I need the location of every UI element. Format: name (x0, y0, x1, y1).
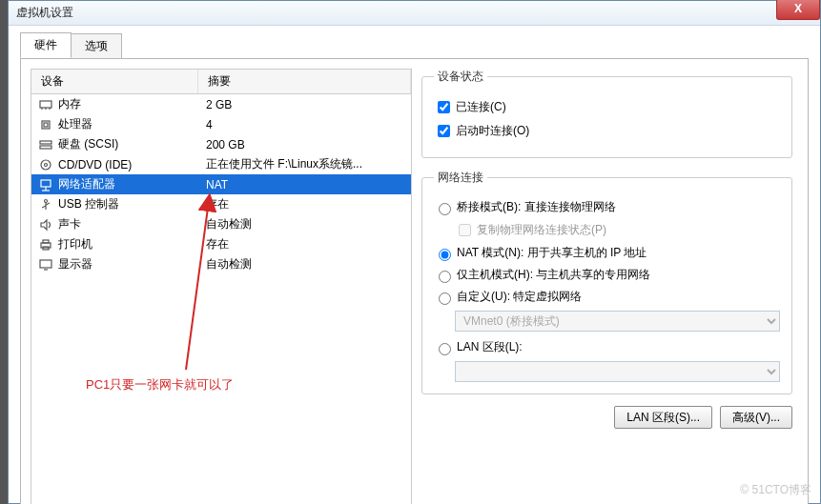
svg-rect-18 (43, 240, 49, 243)
tab-options[interactable]: 选项 (71, 33, 122, 58)
device-summary: 自动检测 (206, 216, 405, 232)
tab-hardware[interactable]: 硬件 (20, 32, 72, 58)
device-name: 声卡 (58, 216, 206, 232)
custom-radio[interactable] (439, 292, 451, 305)
replicate-checkbox (459, 224, 471, 236)
button-row: LAN 区段(S)... 高级(V)... (421, 406, 792, 429)
device-table: 设备 摘要 内存2 GB处理器4硬盘 (SCSI)200 GBCD/DVD (I… (31, 69, 412, 504)
device-row[interactable]: 硬盘 (SCSI)200 GB (31, 134, 411, 154)
sound-icon (37, 217, 54, 232)
device-summary: 存在 (206, 236, 405, 252)
device-row[interactable]: 打印机存在 (31, 234, 411, 254)
annotation-text: PC1只要一张网卡就可以了 (86, 376, 234, 393)
bridged-radio-row[interactable]: 桥接模式(B): 直接连接物理网络 (434, 199, 780, 215)
watermark: © 51CTO博客 (740, 482, 811, 498)
poweron-label: 启动时连接(O) (456, 123, 529, 139)
connected-label: 已连接(C) (456, 99, 506, 115)
svg-rect-20 (40, 260, 51, 268)
display-icon (37, 257, 54, 272)
lan-label: LAN 区段(L): (457, 339, 523, 355)
bridged-label: 桥接模式(B): 直接连接物理网络 (457, 199, 616, 215)
device-row[interactable]: 处理器4 (31, 114, 411, 134)
connected-checkbox[interactable] (438, 101, 450, 113)
device-row[interactable]: USB 控制器存在 (31, 194, 411, 214)
device-state-legend: 设备状态 (434, 69, 487, 85)
device-summary: 正在使用文件 F:\Linux系统镜... (206, 156, 405, 172)
nat-radio-row[interactable]: NAT 模式(N): 用于共享主机的 IP 地址 (434, 245, 780, 261)
cd-icon (37, 157, 54, 172)
svg-rect-5 (44, 123, 48, 127)
advanced-button[interactable]: 高级(V)... (720, 406, 792, 429)
col-summary: 摘要 (198, 70, 411, 93)
hostonly-radio[interactable] (439, 271, 451, 283)
titlebar: 虚拟机设置 X (9, 1, 820, 26)
device-name: 打印机 (58, 236, 206, 252)
replicate-label: 复制物理网络连接状态(P) (477, 222, 606, 238)
lan-segment-select (455, 361, 780, 382)
bridged-radio[interactable] (439, 203, 451, 215)
svg-rect-10 (41, 180, 51, 187)
device-name: 硬盘 (SCSI) (58, 136, 206, 152)
svg-rect-4 (42, 121, 50, 129)
memory-icon (37, 97, 54, 112)
device-summary: 自动检测 (206, 256, 405, 272)
col-device: 设备 (31, 70, 198, 93)
device-row[interactable]: 声卡自动检测 (31, 214, 411, 234)
device-state-group: 设备状态 已连接(C) 启动时连接(O) (421, 69, 792, 158)
window-title: 虚拟机设置 (16, 5, 73, 21)
svg-point-9 (45, 163, 48, 166)
device-summary: NAT (206, 178, 405, 192)
svg-rect-6 (40, 141, 51, 144)
cpu-icon (37, 117, 54, 132)
device-row[interactable]: CD/DVD (IDE)正在使用文件 F:\Linux系统镜... (31, 154, 411, 174)
connected-checkbox-row[interactable]: 已连接(C) (434, 98, 780, 116)
device-summary: 4 (206, 118, 405, 131)
nat-label: NAT 模式(N): 用于共享主机的 IP 地址 (457, 245, 647, 261)
device-row[interactable]: 内存2 GB (31, 94, 411, 114)
device-row[interactable]: 显示器自动检测 (31, 254, 411, 274)
printer-icon (37, 237, 54, 252)
device-table-body: 内存2 GB处理器4硬盘 (SCSI)200 GBCD/DVD (IDE)正在使… (31, 94, 411, 274)
custom-network-select: VMnet0 (桥接模式) (455, 311, 780, 332)
svg-rect-0 (40, 101, 51, 108)
device-name: 网络适配器 (58, 176, 206, 192)
lan-segment-button[interactable]: LAN 区段(S)... (614, 406, 712, 429)
svg-point-8 (41, 160, 51, 170)
device-name: 处理器 (58, 116, 206, 132)
nat-radio[interactable] (439, 249, 451, 261)
usb-icon (37, 197, 54, 212)
custom-radio-row[interactable]: 自定义(U): 特定虚拟网络 (434, 289, 780, 305)
device-summary: 200 GB (206, 138, 405, 151)
tab-bar: 硬件 选项 (20, 35, 809, 58)
network-legend: 网络连接 (434, 170, 487, 186)
close-button[interactable]: X (776, 0, 820, 20)
device-name: 内存 (58, 96, 206, 112)
net-icon (37, 177, 54, 192)
network-group: 网络连接 桥接模式(B): 直接连接物理网络 复制物理网络连接状态(P) NAT… (421, 170, 792, 394)
lan-radio-row[interactable]: LAN 区段(L): (434, 339, 780, 355)
device-row[interactable]: 网络适配器NAT (31, 174, 411, 194)
device-name: USB 控制器 (58, 196, 206, 212)
device-summary: 存在 (206, 196, 405, 212)
poweron-checkbox-row[interactable]: 启动时连接(O) (434, 122, 780, 140)
hostonly-label: 仅主机模式(H): 与主机共享的专用网络 (457, 267, 650, 283)
device-name: CD/DVD (IDE) (58, 158, 206, 171)
device-panel: 设备 摘要 内存2 GB处理器4硬盘 (SCSI)200 GBCD/DVD (I… (31, 69, 412, 504)
vm-settings-window: 虚拟机设置 X 硬件 选项 设备 摘要 内存2 GB处理器4硬盘 (SCSI)2… (8, 0, 821, 504)
device-name: 显示器 (58, 256, 206, 272)
custom-label: 自定义(U): 特定虚拟网络 (457, 289, 582, 305)
replicate-checkbox-row: 复制物理网络连接状态(P) (455, 221, 780, 239)
device-table-header: 设备 摘要 (31, 70, 411, 94)
device-summary: 2 GB (206, 98, 405, 111)
hostonly-radio-row[interactable]: 仅主机模式(H): 与主机共享的专用网络 (434, 267, 780, 283)
disk-icon (37, 137, 54, 152)
settings-panel: 设备状态 已连接(C) 启动时连接(O) 网络连接 桥接模式(B): 直接连接物… (421, 69, 798, 504)
svg-rect-7 (40, 146, 51, 149)
poweron-checkbox[interactable] (438, 125, 450, 137)
content-area: 设备 摘要 内存2 GB处理器4硬盘 (SCSI)200 GBCD/DVD (I… (20, 58, 809, 504)
lan-radio[interactable] (439, 343, 451, 355)
